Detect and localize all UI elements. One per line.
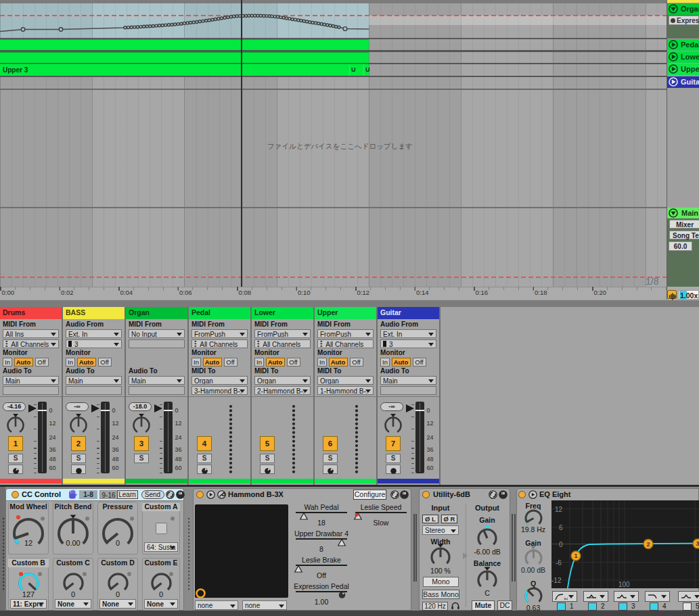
svg-text:3: 3 xyxy=(696,540,699,547)
svg-text:1: 1 xyxy=(574,552,577,559)
svg-text:2: 2 xyxy=(646,541,650,548)
svg-text:×4: ×4 xyxy=(564,596,568,601)
